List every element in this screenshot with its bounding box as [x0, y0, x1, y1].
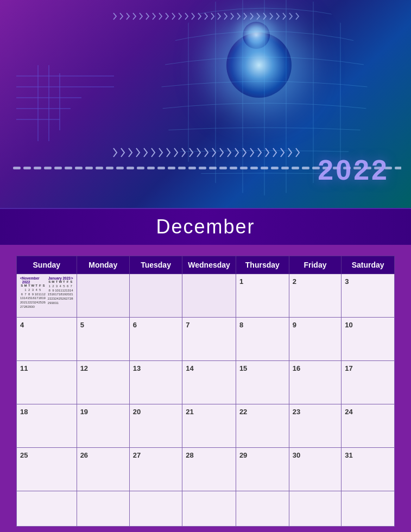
day-number-2: 2 — [293, 277, 296, 286]
left-grid-decoration — [16, 43, 125, 154]
svg-rect-19 — [44, 167, 52, 169]
day-number-12: 12 — [80, 364, 88, 372]
day-number-15: 15 — [239, 364, 247, 372]
day-number-18: 18 — [20, 408, 28, 416]
svg-rect-32 — [178, 167, 186, 169]
cal-cell-w3-d2: 20 — [129, 404, 182, 448]
svg-rect-30 — [157, 167, 165, 169]
cal-cell-w2-d1: 12 — [77, 361, 129, 404]
year-display: 2022 — [318, 154, 389, 186]
cal-cell-w0-d5: 2 — [289, 274, 342, 318]
cal-cell-w5-d3 — [182, 491, 236, 527]
day-number-24: 24 — [345, 408, 352, 416]
svg-rect-34 — [199, 167, 206, 169]
cal-cell-w2-d2: 13 — [129, 361, 182, 404]
cal-cell-w1-d6: 10 — [342, 318, 395, 361]
svg-rect-24 — [96, 167, 103, 169]
day-number-27: 27 — [133, 451, 141, 459]
calendar-body: <November 2022 SMTWTFS 12345678910111213… — [17, 274, 395, 527]
header-sunday: Sunday — [17, 256, 77, 274]
cal-cell-w2-d4: 15 — [236, 361, 289, 404]
cal-cell-w4-d5: 30 — [289, 448, 342, 491]
calendar-week-3: 11121314151617 — [17, 361, 395, 404]
day-number-25: 25 — [20, 451, 28, 459]
svg-rect-26 — [116, 167, 124, 169]
cal-cell-w1-d0: 4 — [17, 318, 77, 361]
day-number-1: 1 — [239, 277, 243, 286]
cal-cell-w5-d2 — [129, 491, 182, 527]
cal-cell-w2-d6: 17 — [342, 361, 395, 404]
day-number-13: 13 — [133, 364, 141, 372]
day-number-5: 5 — [80, 321, 84, 329]
day-number-11: 11 — [20, 364, 28, 372]
header-tuesday: Tuesday — [129, 256, 182, 274]
svg-rect-33 — [188, 167, 196, 169]
header-background: /* rendered below */ 2022 — [0, 0, 411, 208]
cal-cell-w5-d4 — [236, 491, 289, 527]
cal-cell-w5-d0 — [17, 491, 77, 527]
svg-rect-37 — [230, 167, 237, 169]
cal-cell-w2-d3: 14 — [182, 361, 236, 404]
svg-rect-20 — [54, 167, 62, 169]
cal-cell-w0-d0: <November 2022 SMTWTFS 12345678910111213… — [17, 274, 77, 318]
cal-cell-w0-d6: 3 — [342, 274, 395, 318]
calendar-week-1: <November 2022 SMTWTFS 12345678910111213… — [17, 274, 395, 318]
cal-cell-w5-d1 — [77, 491, 129, 527]
day-number-19: 19 — [80, 408, 88, 416]
calendar-section: Sunday Monday Tuesday Wednesday Thursday… — [0, 245, 411, 532]
cal-cell-w1-d1: 5 — [77, 318, 129, 361]
svg-rect-44 — [302, 167, 309, 169]
day-number-10: 10 — [345, 321, 352, 329]
header-monday: Monday — [77, 256, 129, 274]
cal-cell-w1-d3: 7 — [182, 318, 236, 361]
svg-rect-29 — [147, 167, 155, 169]
svg-rect-23 — [85, 167, 93, 169]
cal-cell-w2-d5: 16 — [289, 361, 342, 404]
cal-cell-w3-d1: 19 — [77, 404, 129, 448]
cal-cell-w4-d1: 26 — [77, 448, 129, 491]
svg-rect-22 — [75, 167, 83, 169]
day-number-14: 14 — [186, 364, 193, 372]
cal-cell-w0-d4: 1 — [236, 274, 289, 318]
calendar-week-4: 18192021222324 — [17, 404, 395, 448]
day-number-3: 3 — [345, 277, 349, 286]
chevrons-mid-row — [111, 147, 301, 160]
calendar-table: Sunday Monday Tuesday Wednesday Thursday… — [16, 256, 395, 527]
cal-cell-w4-d0: 25 — [17, 448, 77, 491]
svg-rect-43 — [292, 167, 299, 169]
svg-rect-31 — [168, 167, 175, 169]
cal-cell-w3-d0: 18 — [17, 404, 77, 448]
svg-rect-42 — [281, 167, 289, 169]
cal-cell-w4-d6: 31 — [342, 448, 395, 491]
svg-rect-28 — [137, 167, 144, 169]
calendar-week-2: 45678910 — [17, 318, 395, 361]
calendar-week-6 — [17, 491, 395, 527]
day-number-29: 29 — [239, 451, 247, 459]
day-number-4: 4 — [20, 321, 24, 329]
day-number-20: 20 — [133, 408, 141, 416]
cal-cell-w0-d2 — [129, 274, 182, 318]
header-friday: Friday — [289, 256, 342, 274]
month-title-bar: December — [0, 208, 411, 245]
cal-cell-w3-d3: 21 — [182, 404, 236, 448]
cal-cell-w3-d5: 23 — [289, 404, 342, 448]
cal-cell-w4-d2: 27 — [129, 448, 182, 491]
header-wednesday: Wednesday — [182, 256, 236, 274]
month-title: December — [0, 216, 411, 238]
day-headers-row: Sunday Monday Tuesday Wednesday Thursday… — [17, 256, 395, 274]
cal-cell-w1-d5: 9 — [289, 318, 342, 361]
day-number-22: 22 — [239, 408, 247, 416]
cal-cell-w5-d6 — [342, 491, 395, 527]
cal-cell-w3-d4: 22 — [236, 404, 289, 448]
day-number-9: 9 — [293, 321, 296, 329]
cal-cell-w1-d2: 6 — [129, 318, 182, 361]
day-number-30: 30 — [293, 451, 300, 459]
svg-rect-36 — [219, 167, 227, 169]
glow-orb-main — [226, 33, 292, 98]
page: /* rendered below */ 2022 December Sunda… — [0, 0, 411, 532]
svg-rect-17 — [23, 167, 31, 169]
cal-cell-w2-d0: 11 — [17, 361, 77, 404]
day-number-26: 26 — [80, 451, 88, 459]
svg-rect-40 — [261, 167, 268, 169]
day-number-7: 7 — [186, 321, 189, 329]
